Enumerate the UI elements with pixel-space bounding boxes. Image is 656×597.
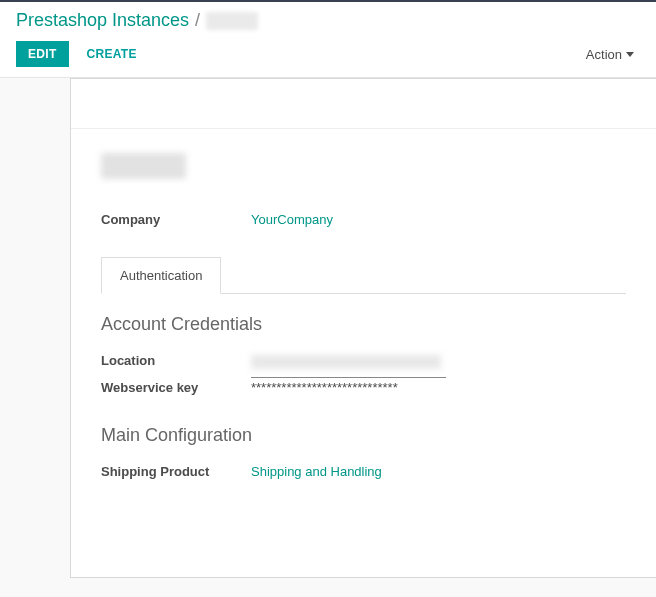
card-top-spacer	[71, 79, 656, 129]
webservice-key-value: *****************************	[251, 380, 398, 395]
breadcrumb-root-link[interactable]: Prestashop Instances	[16, 10, 189, 31]
card-body: Company YourCompany Authentication Accou…	[71, 129, 656, 513]
field-shipping-product: Shipping Product Shipping and Handling	[101, 464, 626, 479]
webservice-key-label: Webservice key	[101, 380, 251, 395]
location-label: Location	[101, 353, 251, 370]
action-label: Action	[586, 47, 622, 62]
edit-button[interactable]: Edit	[16, 41, 69, 67]
action-dropdown[interactable]: Action	[580, 43, 640, 66]
company-label: Company	[101, 212, 251, 227]
tabs: Authentication	[101, 257, 626, 294]
section-main-configuration: Main Configuration	[101, 425, 626, 446]
toolbar-left: Edit Create	[16, 41, 147, 67]
toolbar: Edit Create Action	[16, 41, 640, 67]
field-webservice-key: Webservice key *************************…	[101, 380, 626, 395]
field-location: Location	[101, 353, 626, 370]
location-value	[251, 353, 471, 370]
content-wrap: Company YourCompany Authentication Accou…	[0, 78, 656, 578]
chevron-down-icon	[626, 52, 634, 57]
field-company: Company YourCompany	[101, 212, 626, 227]
breadcrumb: Prestashop Instances /	[16, 10, 640, 31]
record-title	[101, 153, 186, 179]
form-card: Company YourCompany Authentication Accou…	[70, 78, 656, 578]
company-value[interactable]: YourCompany	[251, 212, 333, 227]
tab-authentication[interactable]: Authentication	[101, 257, 221, 294]
shipping-product-label: Shipping Product	[101, 464, 251, 479]
section-account-credentials: Account Credentials	[101, 314, 626, 335]
shipping-product-value[interactable]: Shipping and Handling	[251, 464, 382, 479]
breadcrumb-separator: /	[195, 10, 200, 31]
breadcrumb-current	[206, 12, 258, 30]
create-button[interactable]: Create	[77, 41, 147, 67]
header-area: Prestashop Instances / Edit Create Actio…	[0, 2, 656, 78]
